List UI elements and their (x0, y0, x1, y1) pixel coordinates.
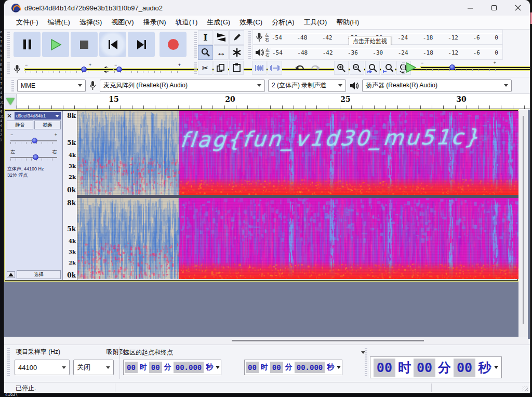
gain-thumb[interactable] (32, 138, 37, 143)
menu-help[interactable]: 帮助(H) (331, 16, 364, 29)
ruler-label: 20 (225, 95, 235, 103)
stop-button[interactable] (71, 32, 98, 57)
edit-grip[interactable] (194, 62, 197, 75)
fit-selection-button[interactable] (365, 61, 380, 75)
pan-slider[interactable]: 左 右 (10, 154, 57, 161)
solo-button[interactable]: 独奏 (34, 121, 61, 129)
menu-analyze[interactable]: 分析(A) (267, 16, 299, 29)
input-device-mic-icon (89, 81, 97, 91)
close-button[interactable] (506, 0, 530, 16)
menu-tools[interactable]: 工具(O) (299, 16, 331, 29)
play-speed-slider[interactable]: −+ (421, 64, 496, 71)
resize-grip[interactable] (523, 386, 528, 391)
maximize-button[interactable] (482, 0, 506, 16)
record-icon (168, 39, 179, 50)
track-select-button[interactable]: 选择 (17, 270, 61, 279)
chevron-down-icon (504, 84, 508, 87)
menu-transport[interactable]: 播录(N) (139, 16, 171, 29)
spectrogram-view[interactable]: flag{fun_v1d30_mu51c} (77, 111, 518, 280)
project-rate-select[interactable]: 44100 (15, 360, 70, 375)
channel1-scale: 8k 5k 4k 3k 2k 0k (63, 111, 77, 195)
device-grip[interactable] (11, 80, 14, 91)
selection-end-field[interactable]: 00时 00分 00.000秒 (244, 360, 342, 375)
timeshift-tool-button[interactable]: ↔ (214, 45, 229, 60)
playspeed-grip[interactable] (402, 62, 405, 75)
chevron-down-icon (257, 84, 261, 87)
selection-tool-button[interactable]: I (198, 30, 213, 45)
zoom-tool-button[interactable] (198, 45, 213, 60)
record-meter-channel-labels: 左右 (265, 33, 269, 42)
copy-button[interactable] (214, 61, 228, 75)
gain-slider[interactable]: −+ (10, 138, 57, 144)
menu-edit[interactable]: 编辑(E) (43, 16, 75, 29)
trim-audio-button[interactable] (252, 61, 267, 75)
spectrogram-channel-2[interactable] (77, 198, 518, 279)
menu-tracks[interactable]: 轨道(T) (171, 16, 203, 29)
cut-button[interactable]: ✂ (198, 61, 212, 75)
spectrogram-channel-1[interactable] (77, 111, 518, 195)
title-bar: d9cef34d84b14d72b99e3b1b3f1f0b97_audio2 (4, 0, 530, 16)
vertical-scrollbar[interactable] (518, 110, 528, 337)
silence-icon (270, 64, 280, 72)
paste-button[interactable] (229, 61, 244, 75)
playback-meter[interactable]: 左右 -54-48 -42-36 -30-24 -18-12 -60 (252, 45, 503, 60)
tools-grip[interactable] (194, 32, 197, 58)
recording-meter[interactable]: 左右 -54-48 -42-36 -30-24 -18-12 -60 点击开始监… (252, 30, 503, 45)
undo-button[interactable] (292, 61, 307, 75)
record-button[interactable] (159, 32, 187, 57)
device-toolbar: MME 麦克风阵列 (Realtek(R) Audio) 2 (立体声) 录制声… (4, 77, 530, 94)
horizontal-scrollbar-thumb[interactable] (232, 340, 424, 341)
draw-tool-button[interactable] (229, 30, 244, 45)
mute-button[interactable]: 静音 (7, 121, 33, 129)
track-name-menu[interactable]: d9cef34d84b1 (15, 112, 61, 120)
menu-select[interactable]: 选择(S) (75, 16, 107, 29)
horizontal-scrollbar[interactable] (4, 337, 528, 344)
audio-track[interactable]: ✕ d9cef34d84b1 静音 独奏 −+ (5, 110, 518, 281)
envelope-tool-button[interactable] (214, 30, 229, 45)
snap-to-select[interactable]: 关闭 (73, 360, 114, 375)
playback-volume-slider[interactable]: −+ (114, 67, 181, 73)
skip-to-start-button[interactable] (99, 32, 126, 57)
playback-device-select[interactable]: 扬声器 (Realtek(R) Audio) (362, 80, 512, 92)
ruler-label: 30 (456, 95, 466, 103)
bigtime-grip[interactable] (365, 348, 367, 377)
asterisk-icon (232, 48, 242, 57)
skip-to-end-button[interactable] (128, 32, 155, 57)
minimize-button[interactable] (458, 0, 482, 16)
selection-start-field[interactable]: 00时 00分 00.000秒 (123, 360, 221, 375)
zoom-in-button[interactable] (334, 61, 349, 75)
menu-bar: 文件(F) 编辑(E) 选择(S) 视图(V) 播录(N) 轨道(T) 生成(G… (4, 16, 530, 30)
mixer-grip[interactable] (7, 62, 10, 75)
pinned-playhead-button[interactable] (4, 94, 17, 109)
zoom-out-button[interactable] (350, 61, 364, 75)
collapse-track-button[interactable] (7, 271, 15, 278)
vertical-scale-ruler[interactable]: 8k 5k 4k 3k 2k 0k 8k 5k 4k 3k 2k 0k (63, 111, 77, 280)
pause-button[interactable] (14, 32, 41, 57)
selection-range-select[interactable]: 选区的起点和终点 (123, 347, 365, 358)
fit-project-button[interactable] (381, 61, 395, 75)
timeline-ruler[interactable]: 15 20 25 30 (4, 94, 530, 109)
speaker-icon (255, 48, 264, 57)
menu-generate[interactable]: 生成(G) (202, 16, 235, 29)
recording-volume-slider[interactable]: −+ (25, 67, 91, 73)
redo-button[interactable] (308, 61, 323, 75)
meter-grip[interactable] (248, 31, 251, 59)
track-close-button[interactable]: ✕ (7, 112, 13, 120)
menu-view[interactable]: 视图(V) (107, 16, 138, 29)
vertical-scrollbar-thumb[interactable] (523, 116, 524, 324)
silence-audio-button[interactable] (268, 61, 282, 75)
recording-device-select[interactable]: 麦克风阵列 (Realtek(R) Audio) (100, 80, 265, 92)
selbar-grip[interactable] (7, 348, 10, 377)
recording-volume-thumb[interactable] (81, 67, 87, 72)
multi-tool-button[interactable] (229, 45, 244, 60)
playback-volume-thumb[interactable] (116, 67, 122, 72)
audio-position-display[interactable]: 00时 00分 00秒 (370, 356, 502, 378)
transport-grip[interactable] (7, 32, 10, 58)
menu-effect[interactable]: 效果(C) (235, 16, 267, 29)
audio-host-select[interactable]: MME (17, 80, 86, 92)
recording-channels-select[interactable]: 2 (立体声) 录制声道 (268, 80, 346, 92)
play-button[interactable] (42, 32, 69, 57)
play-at-speed-icon[interactable] (405, 62, 417, 73)
play-meter-channel-labels: 左右 (265, 48, 270, 57)
menu-file[interactable]: 文件(F) (11, 16, 43, 29)
